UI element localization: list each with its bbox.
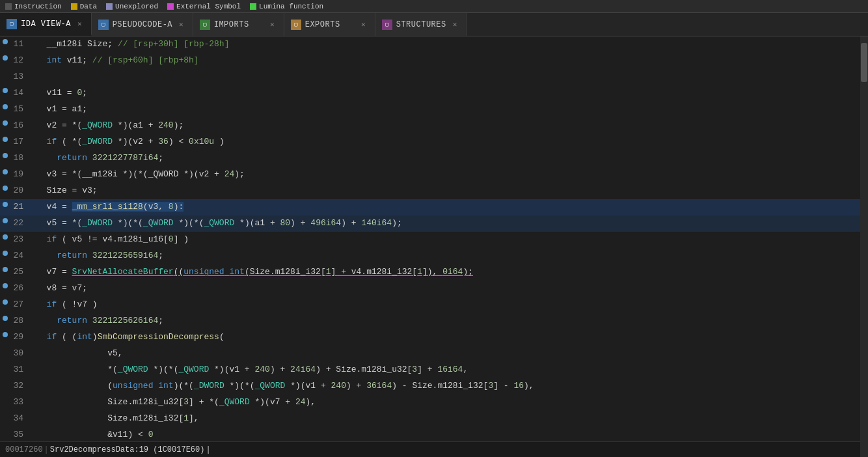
line-num-33: 33	[10, 395, 34, 409]
tab-bar: ▢ IDA VIEW-A ✕ ▢ PSEUDOCODE-A ✕ ▢ IMPORT…	[0, 13, 868, 36]
line-dot-34	[0, 413, 10, 419]
ida-view-icon: ▢	[7, 19, 17, 29]
code-line-11: 11 __m128i Size; // [rsp+30h] [rbp-28h]	[0, 36, 860, 53]
line-dot-32	[0, 381, 10, 386]
legend-instruction: Instruction	[5, 3, 62, 10]
status-separator: |	[44, 445, 49, 454]
tab-imports-close[interactable]: ✕	[267, 19, 277, 30]
line-num-11: 11	[10, 36, 34, 51]
tab-exports[interactable]: ▢ EXPORTS ✕	[284, 13, 375, 36]
line-dot-26	[0, 283, 10, 288]
code-line-12: 12 int v11; // [rsp+60h] [rbp+8h]	[0, 53, 860, 69]
line-dot-22	[0, 218, 10, 223]
status-function: Srv2DecompressData:19 (1C0017E60)	[50, 445, 205, 454]
line-dot-31	[0, 365, 10, 370]
line-code-28: return 3221225626i64;	[34, 313, 860, 329]
tab-structures-label: STRUCTURES	[396, 20, 446, 29]
line-code-26: v8 = v7;	[34, 281, 860, 297]
legend-external: External Symbol	[167, 3, 241, 10]
line-code-31: *(_QWORD *)(*(_QWORD *)(v1 + 240) + 24i6…	[34, 362, 860, 378]
code-line-19: 19 v3 = *(__m128i *)(*(_QWORD *)(v2 + 24…	[0, 167, 860, 183]
tab-pseudocode-close[interactable]: ✕	[176, 19, 186, 30]
line-dot-29	[0, 332, 10, 337]
scrollbar-thumb[interactable]	[861, 43, 867, 82]
line-code-29: if ( (int)SmbCompressionDecompress(	[34, 329, 860, 346]
line-code-13	[34, 69, 860, 72]
scrollbar-track[interactable]	[860, 36, 868, 457]
tab-structures-close[interactable]: ✕	[450, 19, 460, 30]
line-code-27: if ( !v7 )	[34, 297, 860, 313]
code-area[interactable]: 11 __m128i Size; // [rsp+30h] [rbp-28h] …	[0, 36, 860, 457]
line-code-14: v11 = 0;	[34, 85, 860, 102]
line-num-20: 20	[10, 183, 34, 198]
line-code-12: int v11; // [rsp+60h] [rbp+8h]	[34, 53, 860, 69]
line-code-16: v2 = *(_QWORD *)(a1 + 240);	[34, 118, 860, 134]
code-line-22: 22 v5 = *(_DWORD *)(*(_QWORD *)(*(_QWORD…	[0, 215, 860, 232]
imports-icon: ▢	[200, 20, 210, 30]
tab-imports[interactable]: ▢ IMPORTS ✕	[193, 13, 284, 36]
line-num-26: 26	[10, 281, 34, 296]
line-dot-35	[0, 430, 10, 435]
line-dot-19	[0, 169, 10, 174]
tab-pseudocode[interactable]: ▢ PSEUDOCODE-A ✕	[92, 13, 193, 36]
pseudocode-icon: ▢	[98, 20, 109, 30]
line-dot-13	[0, 72, 10, 77]
line-code-21: v4 = _mm_srli_si128(v3, 8):	[34, 199, 860, 215]
status-bar: 00017260 | Srv2DecompressData:19 (1C0017…	[0, 441, 860, 457]
line-dot-21	[0, 202, 10, 207]
line-num-13: 13	[10, 69, 34, 84]
line-code-17: if ( *(_DWORD *)(v2 + 36) < 0x10u )	[34, 134, 860, 150]
line-dot-18	[0, 153, 10, 158]
legend-data: Data	[71, 3, 97, 10]
code-line-13: 13	[0, 69, 860, 85]
line-code-25: v7 = SrvNetAllocateBuffer((unsigned int(…	[34, 264, 860, 281]
line-dot-24	[0, 251, 10, 256]
legend-unexplored: Unexplored	[106, 3, 158, 10]
line-dot-33	[0, 397, 10, 402]
code-line-30: 30 v5,	[0, 346, 860, 362]
line-code-30: v5,	[34, 346, 860, 362]
line-num-17: 17	[10, 134, 34, 149]
tab-exports-close[interactable]: ✕	[359, 19, 368, 30]
code-line-18: 18 return 3221227787i64;	[0, 150, 860, 167]
line-dot-17	[0, 137, 10, 142]
line-num-19: 19	[10, 167, 34, 182]
main-content: 11 __m128i Size; // [rsp+30h] [rbp-28h] …	[0, 36, 868, 457]
line-num-14: 14	[10, 85, 34, 100]
tab-ida-view[interactable]: ▢ IDA VIEW-A ✕	[0, 13, 92, 36]
line-num-21: 21	[10, 199, 34, 214]
line-dot-15	[0, 104, 10, 109]
line-dot-11	[0, 39, 10, 44]
line-num-34: 34	[10, 411, 34, 426]
exports-icon: ▢	[291, 20, 301, 30]
line-code-33: Size.m128i_u32[3] + *(_QWORD *)(v7 + 24)…	[34, 395, 860, 411]
line-num-35: 35	[10, 427, 34, 442]
line-dot-16	[0, 120, 10, 126]
line-code-18: return 3221227787i64;	[34, 150, 860, 167]
line-dot-27	[0, 299, 10, 305]
code-line-34: 34 Size.m128i_i32[1],	[0, 411, 860, 427]
line-code-11: __m128i Size; // [rsp+30h] [rbp-28h]	[34, 36, 860, 53]
line-num-12: 12	[10, 53, 34, 68]
status-address: 00017260	[5, 445, 43, 454]
line-dot-25	[0, 267, 10, 272]
line-num-29: 29	[10, 329, 34, 344]
tab-imports-label: IMPORTS	[214, 20, 249, 29]
code-container: 11 __m128i Size; // [rsp+30h] [rbp-28h] …	[0, 36, 860, 457]
line-code-23: if ( v5 != v4.m128i_u16[0] )	[34, 232, 860, 248]
line-num-30: 30	[10, 346, 34, 361]
line-code-22: v5 = *(_DWORD *)(*(_QWORD *)(*(_QWORD *)…	[34, 215, 860, 232]
code-line-23: 23 if ( v5 != v4.m128i_u16[0] )	[0, 232, 860, 248]
line-dot-23	[0, 234, 10, 240]
tab-structures[interactable]: ▢ STRUCTURES ✕	[375, 13, 467, 36]
line-num-22: 22	[10, 215, 34, 230]
code-line-20: 20 Size = v3;	[0, 183, 860, 199]
line-code-34: Size.m128i_i32[1],	[34, 411, 860, 427]
line-code-24: return 3221225659i64;	[34, 248, 860, 264]
code-line-15: 15 v1 = a1;	[0, 102, 860, 118]
code-line-32: 32 (unsigned int)(*(_DWORD *)(*(_QWORD *…	[0, 378, 860, 395]
line-num-18: 18	[10, 150, 34, 165]
tab-ida-close[interactable]: ✕	[75, 18, 85, 29]
code-line-26: 26 v8 = v7;	[0, 281, 860, 297]
tab-pseudocode-label: PSEUDOCODE-A	[113, 20, 172, 29]
